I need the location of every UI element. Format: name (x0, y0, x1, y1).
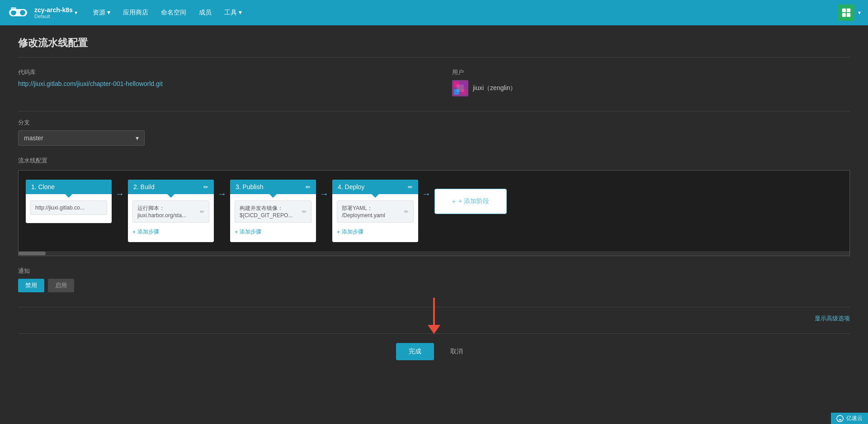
project-default: Default (34, 14, 73, 19)
pipeline-section: 流水线配置 1. Clone http://jiuxi.gitlab.co... (18, 157, 850, 256)
stage-2-add-step-plus: + (132, 229, 136, 235)
project-name: zcy-arch-k8s (34, 6, 73, 14)
stage-4-step-1-text: 部署YAML：/Deployment.yaml (342, 205, 402, 219)
arrow-indicator (428, 298, 440, 334)
stage-3-step-1-text: 构建并发布镜像：${CICD_GIT_REPO... (240, 205, 300, 219)
badge-icon: ☁ (836, 415, 844, 422)
add-stage-label: + 添加阶段 (458, 197, 489, 205)
stage-1-step-1: http://jiuxi.gitlab.co... (30, 200, 107, 215)
confirm-button[interactable]: 完成 (396, 343, 434, 360)
nav-namespace[interactable]: 命名空间 (155, 0, 193, 25)
user-menu-chevron[interactable]: ▾ (858, 10, 861, 16)
nav-menu: 资源 ▾ 应用商店 命名空间 成员 工具 ▾ (86, 0, 838, 25)
stage-3-add-step-label: 添加步骤 (240, 228, 261, 236)
pipeline-scroll-area[interactable]: 1. Clone http://jiuxi.gitlab.co... → (19, 171, 849, 251)
branch-label: 分支 (18, 119, 850, 127)
stage-2-title: 2. Build (133, 183, 155, 191)
pipeline-scroll-inner: 1. Clone http://jiuxi.gitlab.co... → (19, 171, 849, 251)
scrollbar-thumb[interactable] (19, 252, 46, 255)
branch-select[interactable]: master ▾ (18, 130, 145, 146)
notification-buttons: 禁用 启用 (18, 279, 850, 292)
stage-3-add-step-plus: + (235, 229, 238, 235)
footer-buttons: 完成 取消 (18, 333, 850, 369)
badge-text: 亿速云 (846, 414, 863, 422)
cancel-button[interactable]: 取消 (441, 343, 472, 360)
stage-2-step-edit-icon[interactable]: ✏ (200, 209, 204, 215)
navbar: zcy-arch-k8s Default ▾ 资源 ▾ 应用商店 命名空间 成员… (0, 0, 868, 25)
navbar-right: ▾ (838, 5, 861, 21)
repo-info: 代码库 http://jiuxi.gitlab.com/jiuxi/chapte… (18, 68, 416, 96)
svg-text:☁: ☁ (838, 417, 842, 421)
repo-url: http://jiuxi.gitlab.com/jiuxi/chapter-00… (18, 80, 416, 87)
stage-3-step-edit-icon[interactable]: ✏ (302, 209, 307, 215)
branch-dropdown-icon: ▾ (136, 134, 139, 142)
user-name: jiuxi（zenglin） (473, 84, 516, 92)
stage-3-edit-icon[interactable]: ✏ (306, 184, 311, 191)
stage-3-publish: 3. Publish ✏ 构建并发布镜像：${CICD_GIT_REPO... … (230, 180, 316, 242)
arrow-2-3: → (214, 189, 230, 199)
notification-disable-button[interactable]: 禁用 (18, 279, 44, 292)
stage-4-deploy: 4. Deploy ✏ 部署YAML：/Deployment.yaml ✏ + … (332, 180, 418, 242)
svg-rect-7 (847, 13, 850, 17)
stage-2-build: 2. Build ✏ 运行脚本：jiuxi.harbor.org/sta... … (128, 180, 214, 242)
stage-2-header: 2. Build ✏ (128, 180, 214, 194)
user-label: 用户 (452, 68, 850, 76)
stage-3-step-1: 构建并发布镜像：${CICD_GIT_REPO... ✏ (235, 200, 311, 223)
stage-3-header: 3. Publish ✏ (230, 180, 316, 194)
horizontal-scrollbar[interactable] (19, 251, 849, 256)
arrow-head (428, 325, 440, 334)
svg-rect-6 (842, 13, 846, 17)
svg-rect-5 (847, 9, 850, 12)
user-display: jiuxi（zenglin） (452, 80, 850, 96)
stage-4-header: 4. Deploy ✏ (332, 180, 418, 194)
stage-4-add-step-plus: + (337, 229, 340, 235)
notification-section: 通知 禁用 启用 (18, 267, 850, 292)
stage-4-title: 4. Deploy (338, 183, 364, 191)
stage-2-body: 运行脚本：jiuxi.harbor.org/sta... ✏ + 添加步骤 (128, 194, 214, 242)
app-logo (7, 4, 29, 22)
branch-value: master (24, 134, 43, 142)
stage-2-add-step-label: 添加步骤 (137, 228, 159, 236)
stage-4-edit-icon[interactable]: ✏ (408, 184, 413, 191)
stage-3-add-step[interactable]: + 添加步骤 (235, 226, 311, 238)
stage-3-body: 构建并发布镜像：${CICD_GIT_REPO... ✏ + 添加步骤 (230, 194, 316, 242)
arrow-1-2: → (112, 189, 128, 199)
stage-2-add-step[interactable]: + 添加步骤 (132, 226, 209, 238)
main-content: 修改流水线配置 代码库 http://jiuxi.gitlab.com/jiux… (0, 25, 868, 380)
svg-rect-4 (842, 9, 846, 12)
stage-4-body: 部署YAML：/Deployment.yaml ✏ + 添加步骤 (332, 194, 418, 242)
svg-rect-3 (11, 7, 16, 11)
repo-label: 代码库 (18, 68, 416, 76)
svg-rect-13 (457, 85, 464, 92)
page-title: 修改流水线配置 (18, 36, 850, 57)
stage-1-body: http://jiuxi.gitlab.co... (26, 194, 112, 223)
project-dropdown-chevron[interactable]: ▾ (75, 10, 77, 16)
project-info: zcy-arch-k8s Default (34, 6, 73, 19)
stage-1-title: 1. Clone (31, 183, 55, 191)
user-info: 用户 jiuxi（zenglin） (452, 68, 850, 96)
stage-4-step-edit-icon[interactable]: ✏ (404, 209, 409, 215)
arrow-3-4: → (316, 189, 332, 199)
arrow-shaft (433, 298, 435, 325)
stage-4-add-step[interactable]: + 添加步骤 (337, 226, 414, 238)
notification-enable-button[interactable]: 启用 (48, 279, 74, 292)
stage-2-step-1-text: 运行脚本：jiuxi.harbor.org/sta... (137, 205, 198, 219)
nav-resources[interactable]: 资源 ▾ (86, 0, 117, 25)
svg-point-2 (19, 10, 26, 16)
bottom-badge: ☁ 亿速云 (831, 413, 868, 424)
stage-3-title: 3. Publish (236, 183, 263, 191)
user-avatar-nav[interactable] (838, 5, 854, 21)
add-stage-button[interactable]: + + 添加阶段 (434, 189, 507, 214)
nav-members[interactable]: 成员 (193, 0, 218, 25)
stage-4-add-step-label: 添加步骤 (342, 228, 363, 236)
stage-2-edit-icon[interactable]: ✏ (203, 184, 208, 191)
stage-1-clone: 1. Clone http://jiuxi.gitlab.co... (26, 180, 112, 223)
user-avatar (452, 80, 468, 96)
nav-app-store[interactable]: 应用商店 (117, 0, 155, 25)
branch-section: 分支 master ▾ (18, 119, 850, 146)
stage-4-step-1: 部署YAML：/Deployment.yaml ✏ (337, 200, 414, 223)
stage-1-step-1-text: http://jiuxi.gitlab.co... (35, 205, 102, 211)
notification-label: 通知 (18, 267, 850, 275)
nav-tools[interactable]: 工具 ▾ (218, 0, 248, 25)
stage-2-step-1: 运行脚本：jiuxi.harbor.org/sta... ✏ (132, 200, 209, 223)
